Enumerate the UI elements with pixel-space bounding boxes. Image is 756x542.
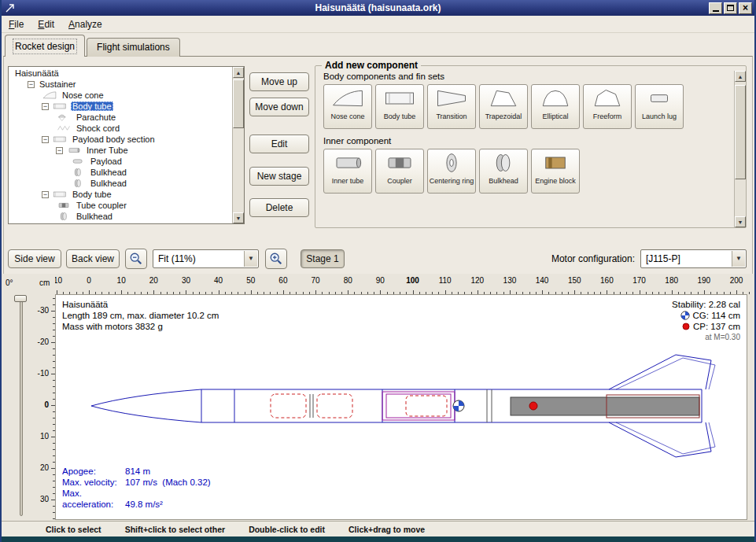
bulkhead-icon <box>486 152 521 177</box>
view-toolbar: Side view Back view Fit (11%) ▼ Stage 1 … <box>2 238 754 274</box>
bulkhead-icon <box>56 212 72 221</box>
flight-summary: Apogee:814 m Max. velocity:107 m/s (Mach… <box>62 466 211 510</box>
zoom-out-button[interactable] <box>125 249 147 269</box>
scroll-up-button[interactable]: ▲ <box>735 71 746 82</box>
add-bulkhead-button[interactable]: Bulkhead <box>479 149 528 194</box>
tree-expand-toggle[interactable]: − <box>42 136 49 143</box>
tree-item-nose-cone[interactable]: Nose cone <box>9 90 231 101</box>
tree-item-payload-body-section[interactable]: −Payload body section <box>9 134 231 145</box>
title-bar[interactable]: Haisunäätä (haisunaata.ork) × <box>2 0 754 16</box>
cg-value: CG: 114 cm <box>693 310 741 321</box>
edit-button[interactable]: Edit <box>249 135 309 153</box>
ruler-label: 80 <box>344 276 352 285</box>
trapezoidal-icon <box>486 87 521 112</box>
tree-item-bulkhead[interactable]: Bulkhead <box>9 167 231 178</box>
tree-item-parachute[interactable]: Parachute <box>9 112 231 123</box>
add-elliptical-button[interactable]: Elliptical <box>531 84 580 129</box>
tab-rocket-design[interactable]: Rocket design <box>5 35 85 57</box>
chevron-down-icon[interactable]: ▼ <box>732 251 745 267</box>
status-bar: Click to selectShift+click to select oth… <box>2 521 754 536</box>
tree-item-body-tube[interactable]: −Body tube <box>9 101 231 112</box>
tree-expand-toggle[interactable]: − <box>28 81 35 88</box>
rocket-mass: Mass with motors 3832 g <box>62 321 219 332</box>
cp-icon <box>682 323 690 330</box>
ruler-label: 30 <box>40 495 49 503</box>
stability-value: Stability: 2.28 cal <box>672 299 740 310</box>
menu-file[interactable]: File <box>2 17 31 31</box>
tree-item-payload[interactable]: Payload <box>9 156 231 167</box>
add-freeform-button[interactable]: Freeform <box>583 84 632 129</box>
scroll-down-button[interactable]: ▼ <box>735 216 746 227</box>
bottom-strip <box>0 536 756 542</box>
maximize-button[interactable] <box>724 2 737 14</box>
motor-configuration-select[interactable]: [J115-P] ▼ <box>640 249 747 268</box>
close-button[interactable]: × <box>739 2 752 14</box>
zoom-in-button[interactable] <box>265 249 287 269</box>
add-nose-cone-button[interactable]: Nose cone <box>323 84 372 129</box>
back-view-button[interactable]: Back view <box>66 249 120 268</box>
tree-item-tube-coupler[interactable]: Tube coupler <box>9 200 231 211</box>
ruler-label: 190 <box>698 276 711 285</box>
menu-edit[interactable]: Edit <box>31 17 61 31</box>
component-button-label: Inner tube <box>332 178 364 186</box>
tree-expand-toggle[interactable]: − <box>56 147 63 154</box>
tab-flight-simulations[interactable]: Flight simulations <box>87 38 180 57</box>
add-inner-tube-button[interactable]: Inner tube <box>323 149 372 194</box>
tree-item-bulkhead[interactable]: Bulkhead <box>9 178 231 189</box>
tree-expand-toggle[interactable]: − <box>42 103 49 110</box>
add-engine-block-button[interactable]: Engine block <box>531 149 580 194</box>
add-centering-ring-button[interactable]: Centering ring <box>427 149 476 194</box>
max-acceleration-label: Max. acceleration: <box>62 488 125 510</box>
zoom-in-icon <box>269 252 283 266</box>
tree-item-label: Shock cord <box>75 124 121 133</box>
add-component-scrollbar[interactable]: ▲ ▼ <box>734 71 746 227</box>
move-up-button[interactable]: Move up <box>249 72 309 91</box>
ruler-label: 0 <box>87 276 91 285</box>
rotation-slider-track[interactable] <box>20 297 23 516</box>
ruler-label: 160 <box>600 276 614 285</box>
move-down-button[interactable]: Move down <box>249 98 309 116</box>
ruler-label: 100 <box>406 276 419 285</box>
side-view-button[interactable]: Side view <box>8 249 61 268</box>
add-coupler-button[interactable]: Coupler <box>375 149 424 194</box>
scrollbar-thumb[interactable] <box>735 85 746 179</box>
tree-expand-toggle[interactable]: − <box>42 191 49 198</box>
scroll-up-button[interactable]: ▲ <box>233 67 244 78</box>
add-trapezoidal-button[interactable]: Trapezoidal <box>479 84 528 129</box>
scroll-down-button[interactable]: ▼ <box>233 212 244 223</box>
add-transition-button[interactable]: Transition <box>427 84 476 129</box>
ruler-label: -10 <box>55 276 62 285</box>
add-launch-lug-button[interactable]: Launch lug <box>635 84 684 129</box>
ruler-label: 170 <box>632 276 646 285</box>
scrollbar-thumb[interactable] <box>233 79 244 128</box>
tree-item-shock-cord[interactable]: Shock cord <box>9 123 231 134</box>
rotation-slider-handle[interactable] <box>14 295 27 302</box>
tree-item-label: Body tube <box>71 101 113 111</box>
scrollbar-track[interactable] <box>233 78 244 212</box>
rocket-canvas[interactable]: Haisunäätä Length 189 cm, max. diameter … <box>55 294 747 520</box>
new-stage-button[interactable]: New stage <box>249 167 309 186</box>
ruler-unit-label: cm <box>39 278 50 287</box>
component-tree[interactable]: Haisunäätä−SustainerNose cone−Body tubeP… <box>8 66 245 224</box>
menu-analyze[interactable]: Analyze <box>61 17 109 31</box>
body-components-row: Nose coneBody tubeTransitionTrapezoidalE… <box>323 84 746 129</box>
chevron-down-icon[interactable]: ▼ <box>244 251 257 267</box>
tree-item-body-tube[interactable]: −Body tube <box>9 189 231 200</box>
scrollbar-track[interactable] <box>735 82 746 216</box>
tree-item-haisunäätä[interactable]: Haisunäätä <box>9 68 231 79</box>
minimize-button[interactable] <box>709 2 722 14</box>
tree-item-sustainer[interactable]: −Sustainer <box>9 79 231 90</box>
delete-button[interactable]: Delete <box>249 198 309 217</box>
tree-item-label: Bulkhead <box>89 179 128 188</box>
component-button-label: Transition <box>436 113 467 121</box>
shockcord-icon <box>56 124 72 133</box>
ruler-label: 90 <box>376 276 385 285</box>
add-body-tube-button[interactable]: Body tube <box>375 84 424 129</box>
zoom-level-select[interactable]: Fit (11%) ▼ <box>153 249 259 268</box>
tree-item-bulkhead[interactable]: Bulkhead <box>9 211 231 222</box>
tree-item-inner-tube[interactable]: −Inner Tube <box>9 145 231 156</box>
coupler-icon <box>56 201 72 210</box>
ruler-label: -30 <box>38 306 49 315</box>
stage-1-toggle[interactable]: Stage 1 <box>301 249 345 268</box>
tree-scrollbar[interactable]: ▲ ▼ <box>232 67 244 223</box>
